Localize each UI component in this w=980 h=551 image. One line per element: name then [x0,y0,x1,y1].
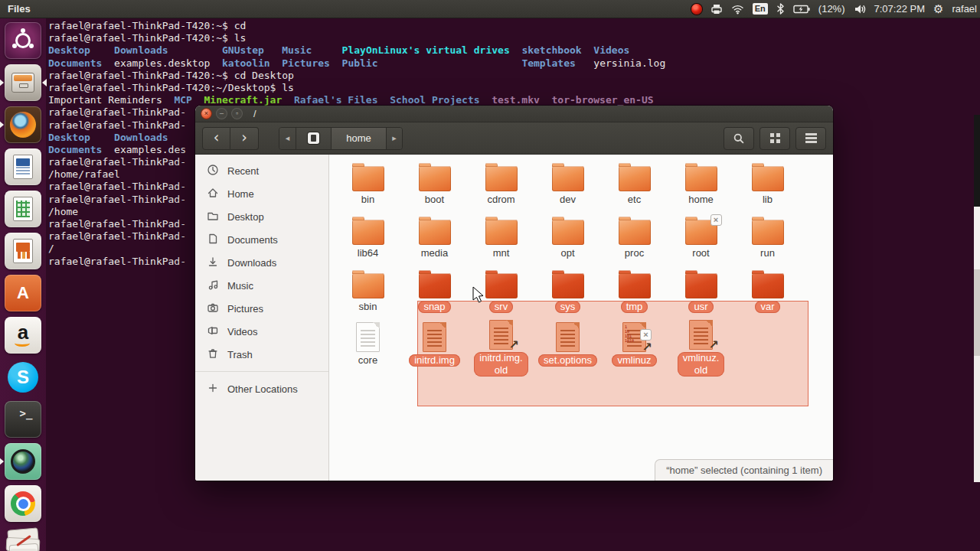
file-label: media [421,247,448,259]
session-gear-icon[interactable]: ⚙ [933,3,943,15]
sidebar-item-music[interactable]: Music [195,274,328,297]
minimize-button[interactable]: – [217,109,227,119]
pathbar-root-button[interactable] [296,128,331,149]
launcher-item-chrome[interactable] [5,485,41,522]
files-icon [11,73,34,93]
clock[interactable]: 7:07:22 PM [874,3,926,15]
file-item-run[interactable]: run [734,213,801,266]
file-item-lib64[interactable]: lib64 [335,213,401,266]
folder-icon [485,166,518,191]
terminal-text: Documents [48,57,102,69]
file-item-usr[interactable]: usr [668,266,734,320]
back-button[interactable]: ‹ [202,127,230,150]
folder-icon [752,220,784,245]
bluetooth-icon[interactable] [776,2,785,16]
launcher-item-ubuntu-dash[interactable] [5,22,41,59]
page-fold [706,320,713,327]
file-item-sbin[interactable]: sbin [335,266,401,320]
launcher-item-libreoffice-writer[interactable] [5,148,41,185]
terminal-line: Desktop Downloads GNUstep Music PlayOnLi… [48,44,665,57]
launcher-item-terminal[interactable]: >_ [5,401,41,438]
folder-icon [685,166,717,191]
file-item-mnt[interactable]: mnt [468,213,534,266]
battery-percent[interactable]: (12%) [818,3,845,15]
sidebar-item-documents[interactable]: Documents [195,228,328,251]
sidebar-item-pictures[interactable]: Pictures [195,297,328,320]
libreoffice-writer-icon [13,155,33,179]
file-item-root[interactable]: ×root [668,213,734,266]
file-item-vmlinuz[interactable]: 1 10 101 1010×↗vmlinuz [601,320,668,373]
file-item-vmlinuz.old[interactable]: ↗vmlinuz.old [668,320,734,373]
file-item-lib[interactable]: lib [734,159,801,213]
terminal-text [582,44,594,56]
sidebar-item-home[interactable]: Home [195,182,328,205]
launcher-item-files[interactable] [5,64,41,101]
libreoffice-impress-icon [13,239,33,263]
pathbar-scroll-right[interactable]: ▸ [386,128,402,149]
grid-view-icon [770,133,774,137]
file-item-media[interactable]: media [401,213,468,266]
titlebar[interactable]: × – ▫ / [195,106,833,122]
launcher-item-folded-launcher-icons[interactable] [5,527,41,551]
volume-icon[interactable] [854,2,866,16]
pathbar-current-button[interactable]: home [331,128,386,149]
close-button[interactable]: × [201,109,211,119]
search-icon [733,132,745,145]
screen-edge-artifact [974,115,980,207]
launcher-item-firefox[interactable] [5,106,41,143]
search-button[interactable] [724,127,754,150]
sidebar-item-other-locations[interactable]: Other Locations [195,377,328,400]
file-item-tmp[interactable]: tmp [601,266,668,320]
printer-icon[interactable] [710,2,723,16]
sidebar-item-downloads[interactable]: Downloads [195,251,328,274]
forward-button[interactable]: › [230,127,259,150]
terminal-text: rafael@rafael-ThinkPad-T420:~$ ls [48,32,246,44]
sidebar-item-label: Trash [227,349,253,360]
sidebar-item-trash[interactable]: Trash [195,343,328,366]
ubuntu-software-icon: A [17,283,29,303]
terminal-text: rafael@rafael-ThinkPad-T420:~$ cd Deskto… [48,70,294,81]
file-item-etc[interactable]: etc [601,159,668,213]
file-item-home[interactable]: home [668,159,734,213]
sidebar-item-videos[interactable]: Videos [195,320,328,343]
terminal-text: rafael@rafael-ThinkPad-T420:~$ cd [48,20,246,31]
sidebar-item-label: Other Locations [227,383,298,395]
file-item-core[interactable]: core [335,320,401,373]
launcher-item-libreoffice-impress[interactable] [5,233,41,269]
launcher-item-screen-recorder[interactable] [5,443,41,480]
launcher-item-skype[interactable]: S [5,359,41,396]
file-item-dev[interactable]: dev [534,159,601,213]
sidebar-item-recent[interactable]: Recent [195,159,328,182]
file-item-bin[interactable]: bin [335,159,401,213]
terminal-text: test.mkv [492,94,540,106]
file-item-set.options[interactable]: set.options [534,320,601,373]
battery-icon[interactable] [793,2,810,16]
file-item-boot[interactable]: boot [401,159,468,213]
maximize-button[interactable]: ▫ [232,109,242,119]
file-icon-wrap [552,159,584,191]
file-item-initrd.img[interactable]: initrd.img [401,320,468,373]
username[interactable]: rafael [952,3,977,15]
launcher-item-ubuntu-software[interactable]: A [5,275,41,311]
keyboard-layout-indicator[interactable]: En [753,3,768,15]
file-item-proc[interactable]: proc [601,213,668,266]
grid-view-button[interactable] [760,127,790,150]
file-item-opt[interactable]: opt [534,213,601,266]
file-item-sys[interactable]: sys [534,266,601,320]
document-icon [423,322,446,352]
trash-icon [207,347,219,362]
file-label: sys [555,301,581,313]
file-item-initrd.img.old[interactable]: ↗initrd.img.old [468,320,534,373]
menu-button[interactable] [795,127,826,150]
terminal-text: /home [48,206,78,217]
launcher-item-amazon[interactable]: a [5,317,41,354]
file-item-cdrom[interactable]: cdrom [468,159,534,213]
file-item-snap[interactable]: snap [401,266,468,320]
record-indicator-icon[interactable] [691,4,702,15]
pathbar-scroll-left[interactable]: ◂ [279,128,296,149]
wifi-icon[interactable] [731,2,744,16]
sidebar-item-desktop[interactable]: Desktop [195,205,328,228]
file-item-var[interactable]: var [734,266,801,320]
terminal-text: School Projects [390,94,479,106]
launcher-item-libreoffice-calc[interactable] [5,191,41,227]
